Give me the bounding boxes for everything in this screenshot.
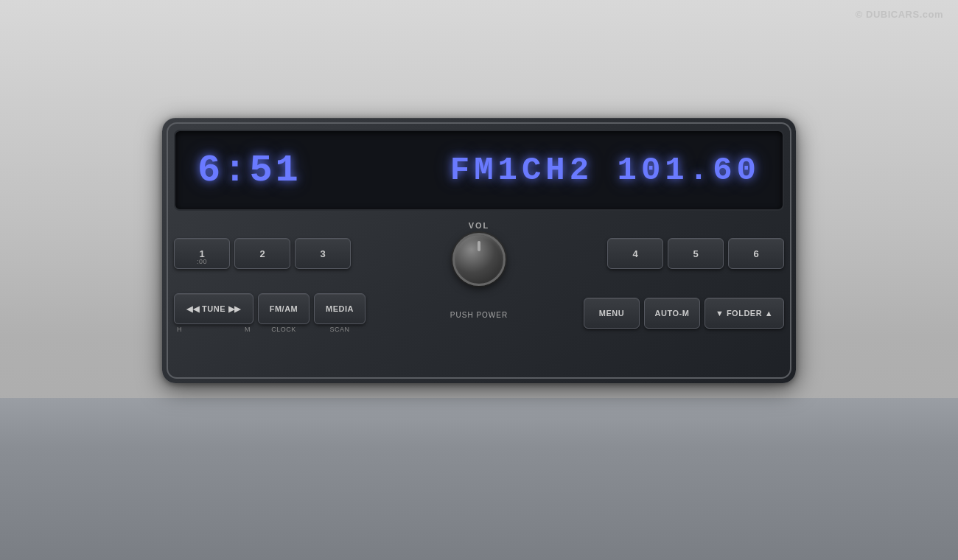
scene: 6:51 FM1CH2 101.60 1 :00 2 3	[0, 0, 958, 560]
preset-button-1[interactable]: 1 :00	[174, 238, 230, 269]
preset-button-3[interactable]: 3	[295, 238, 351, 269]
push-power-label: PUSH POWER	[435, 311, 523, 319]
preset-button-5[interactable]: 5	[668, 238, 724, 269]
bottom-row: ◀◀ TUNE ▶▶ H M FM/AM CLOCK	[174, 293, 784, 333]
preset-group-left: 1 :00 2 3	[174, 238, 435, 269]
func-group-left: ◀◀ TUNE ▶▶ H M FM/AM CLOCK	[174, 293, 435, 333]
display-station: FM1CH2 101.60	[450, 152, 761, 189]
vol-knob-area: VOL	[435, 221, 523, 286]
preset-button-2[interactable]: 2	[234, 238, 290, 269]
preset-button-6[interactable]: 6	[728, 238, 784, 269]
folder-button[interactable]: ▼ FOLDER ▲	[704, 298, 784, 329]
dashboard-surround	[0, 398, 958, 560]
head-unit: 6:51 FM1CH2 101.60 1 :00 2 3	[162, 118, 796, 383]
clock-sub-label: CLOCK	[271, 326, 296, 333]
scan-sub-label: SCAN	[329, 326, 349, 333]
display-time: 6:51	[197, 149, 330, 192]
fm-am-wrapper: FM/AM CLOCK	[258, 293, 310, 333]
func-group-right: MENU AUTO-M ▼ FOLDER ▲	[523, 298, 784, 329]
tune-button[interactable]: ◀◀ TUNE ▶▶	[174, 293, 254, 324]
menu-button[interactable]: MENU	[584, 298, 640, 329]
preset-button-4[interactable]: 4	[607, 238, 663, 269]
volume-knob[interactable]	[452, 233, 506, 286]
push-power-area: PUSH POWER	[435, 308, 523, 319]
auto-m-button[interactable]: AUTO-M	[644, 298, 700, 329]
vol-label: VOL	[469, 221, 490, 230]
tune-wrapper: ◀◀ TUNE ▶▶ H M	[174, 293, 254, 333]
tune-sub-h: H	[177, 326, 182, 333]
top-row: 1 :00 2 3 VOL	[174, 221, 784, 286]
media-wrapper: MEDIA SCAN	[314, 293, 366, 333]
media-button[interactable]: MEDIA	[314, 293, 366, 324]
watermark: © DUBICARS.com	[856, 9, 943, 20]
fm-am-button[interactable]: FM/AM	[258, 293, 310, 324]
controls-area: 1 :00 2 3 VOL	[174, 221, 784, 333]
tune-sub-m: M	[245, 326, 251, 333]
display-screen: 6:51 FM1CH2 101.60	[174, 130, 784, 211]
preset-group-right: 4 5 6	[523, 238, 784, 269]
